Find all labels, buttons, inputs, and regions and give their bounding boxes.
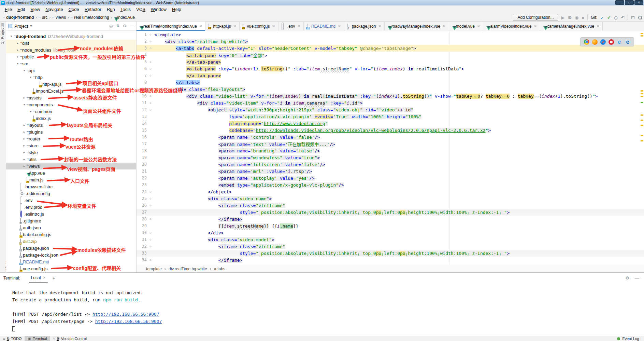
settings-icon[interactable]: ⚙ [123,24,127,28]
tree-item-common[interactable]: ▸common [6,108,136,115]
chevron-right-icon[interactable]: ▸ [22,130,27,134]
tree-item-dist[interactable]: ▸dist [6,40,136,46]
menu-item-code[interactable]: Code [66,6,82,13]
chevron-right-icon[interactable]: ▸ [22,164,27,168]
fold-marker[interactable]: ⊝ [147,217,154,221]
close-icon[interactable]: ✕ [298,24,300,28]
minimize-button[interactable]: – [615,0,624,5]
close-icon[interactable]: ✕ [534,24,537,28]
chevron-right-icon[interactable]: ▸ [22,96,27,99]
tree-item-nodemodules[interactable]: ▸node_moduleslibrary root [6,46,136,53]
menu-item-help[interactable]: Help [169,6,184,13]
opera-icon[interactable] [609,39,614,45]
breadcrumb-item-realTimeMonitoring[interactable]: realTimeMonitoring [71,15,109,20]
close-icon[interactable]: ✕ [272,24,275,28]
chevron-right-icon[interactable]: ▸ [15,41,20,45]
close-icon[interactable]: ✕ [338,24,341,28]
hide-panel-icon[interactable]: — [635,275,639,281]
terminal-output[interactable]: Note that the development build is not o… [0,283,644,332]
history-icon[interactable]: ◷ [614,15,618,20]
search-icon[interactable] [638,15,642,19]
menu-item-file[interactable]: File [2,6,15,13]
tree-item-duoji-frontend[interactable]: ▾duoji-frontendD:\zheheWeb\duoji-fronten… [6,33,136,40]
menu-item-navigate[interactable]: Navigate [43,6,66,13]
editor-tab-.env[interactable]: .env✕ [278,22,304,31]
editor-breadcrumb-item[interactable]: a-tabs [214,267,225,271]
chevron-down-icon[interactable]: ▾ [22,69,27,72]
chevron-right-icon[interactable]: ▸ [15,48,20,52]
tree-item-.editorconfig[interactable]: ⚙.editorconfig [6,190,136,197]
editor-tab-package.json[interactable]: {}package.json✕ [344,22,385,31]
editor-tab-http-api.js[interactable]: JShttp-api.js✕ [205,22,239,31]
tool-button-project[interactable]: 1: Project [0,26,6,44]
editor-tab-vue.config.js[interactable]: JSvue.config.js✕ [240,22,278,31]
menu-item-view[interactable]: View [28,6,43,13]
chevron-down-icon[interactable]: ▾ [9,35,14,38]
safari-icon[interactable] [600,39,606,45]
fold-marker[interactable]: ⊝ [147,204,154,207]
menu-item-run[interactable]: Run [104,6,118,13]
todo-button[interactable]: ≡6: TODO [0,336,25,341]
stop-icon[interactable]: ■ [582,15,585,20]
locate-file-icon[interactable]: ◎ [109,24,113,28]
error-stripe[interactable] [640,31,644,265]
profiler-icon[interactable]: ◉ [575,15,578,20]
close-icon[interactable]: ✕ [443,24,445,28]
tree-item-App.vue[interactable]: App.vue [6,169,136,176]
tree-item-.env.prod[interactable]: .env.prod [6,204,136,210]
chrome-icon[interactable] [584,39,589,45]
fold-marker[interactable]: ⊝ [147,67,154,70]
fold-marker[interactable]: ⊝ [147,231,154,234]
chevron-down-icon[interactable]: ▾ [22,103,27,106]
tree-item-public[interactable]: ▸public [6,53,136,60]
editor-breadcrumb-item[interactable]: div.realTime.bg-white [169,267,207,271]
tree-item-views[interactable]: ▸views [6,163,136,169]
tree-item-package-lock.json[interactable]: {}package-lock.json [6,251,136,258]
fold-marker[interactable]: ⊝ [147,33,154,36]
tree-item-api[interactable]: ▾api [6,67,136,74]
close-icon[interactable]: ✕ [43,276,45,279]
tree-item-http[interactable]: ▾http [6,74,136,81]
chevron-right-icon[interactable]: ▸ [22,137,27,140]
gear-icon[interactable]: ⚙ [625,275,629,281]
tree-item-babel.config.js[interactable]: JSbabel.config.js [6,231,136,238]
chevron-down-icon[interactable]: ▾ [28,76,33,79]
chevron-right-icon[interactable]: ▸ [22,158,27,161]
close-icon[interactable]: ✕ [378,24,381,28]
tree-item-dist.zip[interactable]: Zdist.zip [6,238,136,245]
breadcrumb-item-src[interactable]: src [39,15,47,20]
ie-icon[interactable]: e [617,39,622,45]
tree-item-.browserslistrc[interactable]: .browserslistrc [6,183,136,190]
editor-tab-README.md[interactable]: MDREADME.md✕ [304,22,344,31]
tree-item-store[interactable]: ▸store [6,142,136,149]
maximize-button[interactable]: □ [625,0,634,5]
tree-item-index.js[interactable]: JSindex.js [6,115,136,122]
version-control-button[interactable]: ⑂9: Version Control [50,336,90,341]
fold-marker[interactable]: ⊝ [147,108,154,111]
git-commit-icon[interactable]: ✔ [607,15,611,20]
chevron-right-icon[interactable]: ▸ [22,123,27,127]
editor-tab-model.vue[interactable]: model.vue✕ [449,22,484,31]
fold-marker[interactable]: ⊝ [147,74,154,77]
terminal-tab-local[interactable]: Local ✕ [29,273,48,283]
editor-tab-alarmVideos-index.vue[interactable]: alarmVideos\index.vue✕ [483,22,540,31]
run-anything-icon[interactable]: ⊡ [631,15,635,20]
chevron-right-icon[interactable]: ▸ [22,144,27,147]
new-terminal-button[interactable]: + [53,275,55,281]
fold-marker[interactable]: ⊝ [147,190,154,193]
close-button[interactable]: ✕ [634,0,643,5]
tree-item-.gitignore[interactable]: ⊘.gitignore [6,217,136,224]
editor-tab-cameraManage-index.vue[interactable]: cameraManage\index.vue✕ [540,22,603,31]
chevron-down-icon[interactable]: ▾ [15,62,20,65]
fold-marker[interactable]: ⊝ [147,40,154,43]
tree-item-vue.config.js[interactable]: JSvue.config.js [6,265,136,272]
tree-item-README.md[interactable]: MDREADME.md [6,258,136,265]
tree-item-src[interactable]: ▾src [6,60,136,67]
fold-marker[interactable]: ⊝ [147,101,154,105]
chevron-right-icon[interactable]: ▸ [22,151,27,154]
chevron-right-icon[interactable]: ▸ [28,110,33,113]
close-icon[interactable]: ✕ [477,24,480,28]
fold-marker[interactable]: ⊝ [147,94,154,98]
hide-panel-icon[interactable]: — [130,24,134,28]
event-log-button[interactable]: Event Log [617,337,644,341]
